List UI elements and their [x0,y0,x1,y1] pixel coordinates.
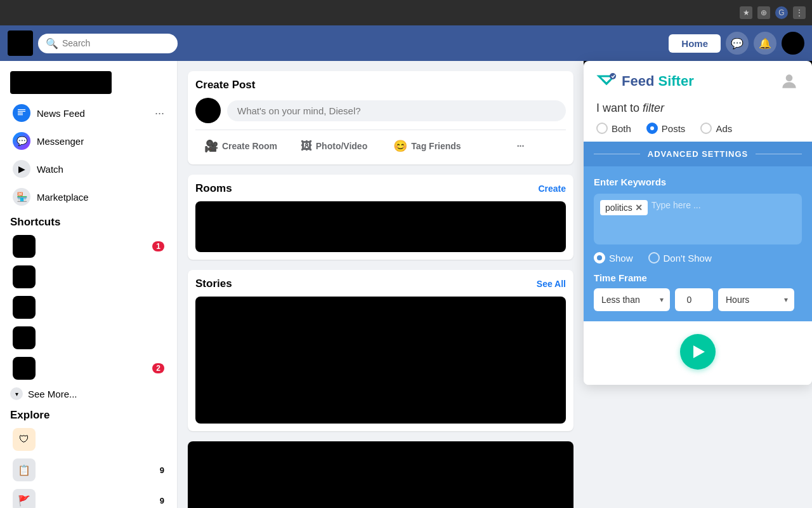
explore-item-2[interactable]: 📋 9 [3,455,174,485]
keyword-text-input[interactable] [652,200,763,210]
dont-show-radio [648,252,660,264]
keywords-label: Enter Keywords [594,177,802,187]
shortcut-badge-5: 2 [152,363,164,373]
run-filter-button[interactable] [680,334,716,370]
search-input[interactable] [62,38,170,48]
menu-icon[interactable]: ⋮ [793,6,806,19]
timeframe-select[interactable]: Less than More than Exactly [594,288,670,311]
watch-label: Watch [37,164,63,175]
explore-icon-2: 📋 [13,458,36,481]
create-post-input-row [195,98,566,123]
play-button-container [584,321,812,385]
timeframe-controls: Less than More than Exactly ▾ Hours [594,288,802,311]
advanced-settings-panel: ADVANCED SETTINGS Enter Keywords politic… [584,142,812,321]
filter-heading: I want to filter [596,102,799,115]
explore-count-3: 9 [160,496,164,505]
keywords-input-box[interactable]: politics ✕ [594,194,802,244]
stories-content [195,297,566,424]
profile-icon[interactable]: G [775,6,788,19]
radio-both-circle [596,123,608,134]
left-sidebar: News Feed ··· 💬 Messenger ▶ Watch 🏪 Mark… [0,61,178,508]
hours-select[interactable]: Hours Days Weeks [718,288,794,311]
shortcut-icon-5 [13,357,36,380]
post-text-input[interactable] [227,100,566,121]
dont-show-label: Don't Show [664,253,712,264]
timeframe-section: Time Frame Less than More than Exactly ▾ [594,272,802,311]
rooms-create-link[interactable]: Create [538,184,566,194]
shortcut-item-3[interactable] [3,292,174,323]
shortcut-icon-3 [13,296,36,319]
shortcut-item-2[interactable] [3,262,174,292]
facebook-logo [8,30,33,56]
stories-see-all[interactable]: See All [537,279,566,289]
search-bar[interactable]: 🔍 [38,34,178,53]
create-post-title: Create Post [195,79,566,91]
see-more-shortcuts[interactable]: ▾ See More... [0,384,177,404]
shortcut-badge-1: 1 [152,241,164,251]
shortcut-icon-4 [13,326,36,349]
logo-text: Feed Sifter [622,73,694,90]
post-actions-row: 🎥 Create Room 🖼 Photo/Video 😊 Tag Friend… [195,130,566,157]
radio-both[interactable]: Both [596,123,631,134]
create-post-card: Create Post 🎥 Create Room 🖼 Photo/Video … [188,71,573,164]
more-actions-button[interactable]: ··· [475,135,566,157]
shortcut-item-4[interactable] [3,323,174,353]
news-feed-label: News Feed [37,108,85,119]
right-divider [756,154,802,154]
shield-icon: 🛡 [13,428,36,451]
shortcut-icon-2 [13,265,36,288]
shortcut-item-1[interactable]: 1 [3,231,174,262]
messenger-nav-icon[interactable]: 💬 [726,32,749,55]
radio-ads-circle [700,123,712,134]
shortcut-item-5[interactable]: 2 [3,353,174,384]
stories-card: Stories See All [188,270,573,431]
sidebar-item-marketplace[interactable]: 🏪 Marketplace [3,183,174,211]
sidebar-item-news-feed[interactable]: News Feed ··· [3,99,174,127]
show-radio [594,252,605,264]
sidebar-item-watch[interactable]: ▶ Watch [3,155,174,183]
radio-ads[interactable]: Ads [700,123,732,134]
explore-title: Explore [0,404,177,424]
nav-right: 💬 🔔 [726,32,804,55]
radio-posts[interactable]: Posts [646,123,686,134]
browser-bar: ★ ⊕ G ⋮ [0,0,812,25]
explore-item-1[interactable]: 🛡 [3,424,174,455]
marketplace-icon: 🏪 [13,188,30,206]
watch-icon: ▶ [13,160,30,178]
keyword-tag-politics: politics ✕ [600,200,648,215]
notifications-icon[interactable]: 🔔 [754,32,776,55]
chevron-down-icon: ▾ [10,387,23,400]
explore-item-3[interactable]: 🚩 9 [3,485,174,508]
star-icon[interactable]: ★ [740,6,752,19]
radio-ads-label: Ads [716,123,732,134]
home-button[interactable]: Home [669,34,721,53]
extensions-icon[interactable]: ⊕ [757,6,770,19]
stories-header: Stories See All [195,277,566,290]
tag-friends-button[interactable]: 😊 Tag Friends [382,135,473,157]
filter-radio-group: Both Posts Ads [596,123,799,134]
explore-icon-3: 🚩 [13,489,36,508]
photo-icon: 🖼 [301,140,312,153]
show-label: Show [609,253,633,264]
timeframe-label: Time Frame [594,272,802,283]
timeframe-number-input[interactable] [675,288,713,311]
create-room-button[interactable]: 🎥 Create Room [195,135,286,157]
photo-video-button[interactable]: 🖼 Photo/Video [289,135,379,157]
news-feed-options[interactable]: ··· [155,107,164,120]
messenger-label: Messenger [37,136,84,147]
search-icon: 🔍 [46,37,58,50]
user-account-icon[interactable] [779,71,799,91]
news-feed-icon [13,104,30,122]
remove-keyword-button[interactable]: ✕ [635,203,643,213]
create-room-icon: 🎥 [204,139,218,153]
explore-count-2: 9 [160,465,164,475]
feed-sifter-popup: Feed Sifter I want to filter [584,61,812,385]
marketplace-label: Marketplace [37,192,89,203]
hours-select-wrapper: Hours Days Weeks ▾ [718,288,794,311]
sidebar-item-messenger[interactable]: 💬 Messenger [3,127,174,155]
user-avatar[interactable] [782,32,804,55]
dont-show-option[interactable]: Don't Show [648,252,712,264]
feed-sifter-logo: Feed Sifter [596,71,694,91]
show-option[interactable]: Show [594,252,633,264]
radio-posts-circle [646,123,658,134]
